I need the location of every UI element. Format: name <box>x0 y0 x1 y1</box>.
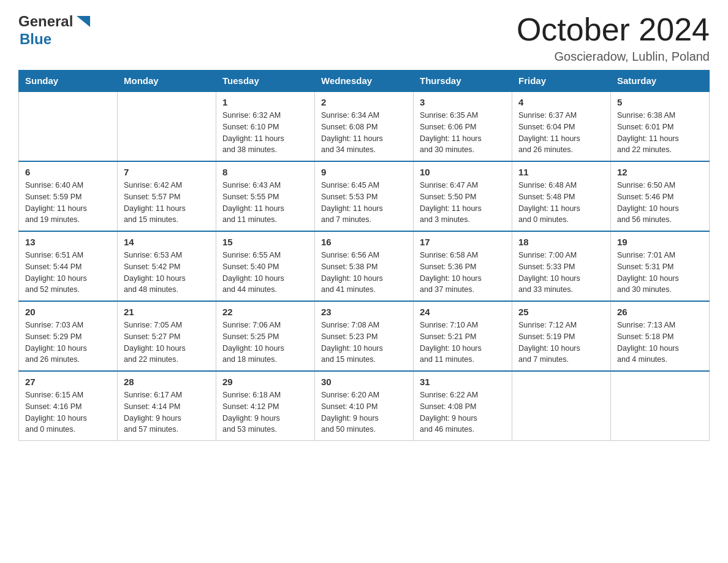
day-number: 6 <box>25 167 111 177</box>
day-number: 3 <box>420 97 506 107</box>
day-info: Sunrise: 7:08 AM Sunset: 5:23 PM Dayligh… <box>321 320 407 366</box>
calendar-header-row: SundayMondayTuesdayWednesdayThursdayFrid… <box>19 71 710 92</box>
day-info: Sunrise: 7:00 AM Sunset: 5:33 PM Dayligh… <box>518 250 604 296</box>
calendar-week-row: 6Sunrise: 6:40 AM Sunset: 5:59 PM Daylig… <box>19 161 710 231</box>
calendar-cell: 18Sunrise: 7:00 AM Sunset: 5:33 PM Dayli… <box>512 231 611 301</box>
calendar-cell: 21Sunrise: 7:05 AM Sunset: 5:27 PM Dayli… <box>118 301 216 371</box>
calendar-cell <box>118 91 216 161</box>
calendar-cell: 12Sunrise: 6:50 AM Sunset: 5:46 PM Dayli… <box>611 161 710 231</box>
day-info: Sunrise: 6:38 AM Sunset: 6:01 PM Dayligh… <box>617 110 703 156</box>
day-number: 23 <box>321 307 407 317</box>
day-number: 4 <box>518 97 604 107</box>
day-info: Sunrise: 6:32 AM Sunset: 6:10 PM Dayligh… <box>222 110 308 156</box>
calendar-cell: 19Sunrise: 7:01 AM Sunset: 5:31 PM Dayli… <box>611 231 710 301</box>
calendar-week-row: 13Sunrise: 6:51 AM Sunset: 5:44 PM Dayli… <box>19 231 710 301</box>
logo-general-text: General <box>18 13 73 30</box>
calendar-cell: 13Sunrise: 6:51 AM Sunset: 5:44 PM Dayli… <box>19 231 118 301</box>
day-number: 11 <box>518 167 604 177</box>
day-number: 16 <box>321 237 407 247</box>
day-info: Sunrise: 6:37 AM Sunset: 6:04 PM Dayligh… <box>518 110 604 156</box>
calendar-cell: 16Sunrise: 6:56 AM Sunset: 5:38 PM Dayli… <box>315 231 414 301</box>
main-title: October 2024 <box>517 12 710 47</box>
day-number: 29 <box>222 377 308 387</box>
calendar-cell: 2Sunrise: 6:34 AM Sunset: 6:08 PM Daylig… <box>315 91 414 161</box>
logo-blue-text: Blue <box>20 31 51 48</box>
day-info: Sunrise: 6:43 AM Sunset: 5:55 PM Dayligh… <box>222 180 308 226</box>
day-info: Sunrise: 6:45 AM Sunset: 5:53 PM Dayligh… <box>321 180 407 226</box>
calendar-day-header: Tuesday <box>216 71 315 92</box>
calendar-cell: 28Sunrise: 6:17 AM Sunset: 4:14 PM Dayli… <box>118 371 216 441</box>
day-info: Sunrise: 7:12 AM Sunset: 5:19 PM Dayligh… <box>518 320 604 366</box>
day-number: 10 <box>420 167 506 177</box>
calendar-cell: 4Sunrise: 6:37 AM Sunset: 6:04 PM Daylig… <box>512 91 611 161</box>
day-number: 28 <box>124 377 210 387</box>
calendar-cell: 31Sunrise: 6:22 AM Sunset: 4:08 PM Dayli… <box>414 371 512 441</box>
calendar-cell: 15Sunrise: 6:55 AM Sunset: 5:40 PM Dayli… <box>216 231 315 301</box>
day-info: Sunrise: 6:51 AM Sunset: 5:44 PM Dayligh… <box>25 250 111 296</box>
calendar-cell: 6Sunrise: 6:40 AM Sunset: 5:59 PM Daylig… <box>19 161 118 231</box>
calendar-cell <box>611 371 710 441</box>
day-number: 30 <box>321 377 407 387</box>
title-block: October 2024 Goscieradow, Lublin, Poland <box>517 12 710 64</box>
day-number: 15 <box>222 237 308 247</box>
calendar-cell: 14Sunrise: 6:53 AM Sunset: 5:42 PM Dayli… <box>118 231 216 301</box>
calendar-cell: 11Sunrise: 6:48 AM Sunset: 5:48 PM Dayli… <box>512 161 611 231</box>
calendar-cell: 8Sunrise: 6:43 AM Sunset: 5:55 PM Daylig… <box>216 161 315 231</box>
day-info: Sunrise: 7:06 AM Sunset: 5:25 PM Dayligh… <box>222 320 308 366</box>
calendar-cell: 1Sunrise: 6:32 AM Sunset: 6:10 PM Daylig… <box>216 91 315 161</box>
day-info: Sunrise: 6:17 AM Sunset: 4:14 PM Dayligh… <box>124 389 210 435</box>
day-number: 26 <box>617 307 703 317</box>
calendar-cell: 26Sunrise: 7:13 AM Sunset: 5:18 PM Dayli… <box>611 301 710 371</box>
day-info: Sunrise: 6:58 AM Sunset: 5:36 PM Dayligh… <box>420 250 506 296</box>
page-header: General Blue October 2024 Goscieradow, L… <box>18 12 710 64</box>
day-info: Sunrise: 6:20 AM Sunset: 4:10 PM Dayligh… <box>321 389 407 435</box>
day-info: Sunrise: 6:48 AM Sunset: 5:48 PM Dayligh… <box>518 180 604 226</box>
day-number: 1 <box>222 97 308 107</box>
calendar-table: SundayMondayTuesdayWednesdayThursdayFrid… <box>18 70 710 441</box>
logo: General Blue <box>18 12 93 48</box>
day-number: 12 <box>617 167 703 177</box>
day-number: 2 <box>321 97 407 107</box>
calendar-day-header: Friday <box>512 71 611 92</box>
svg-marker-0 <box>77 16 90 27</box>
day-number: 5 <box>617 97 703 107</box>
calendar-week-row: 27Sunrise: 6:15 AM Sunset: 4:16 PM Dayli… <box>19 371 710 441</box>
calendar-cell: 5Sunrise: 6:38 AM Sunset: 6:01 PM Daylig… <box>611 91 710 161</box>
calendar-cell: 17Sunrise: 6:58 AM Sunset: 5:36 PM Dayli… <box>414 231 512 301</box>
day-number: 14 <box>124 237 210 247</box>
calendar-cell: 29Sunrise: 6:18 AM Sunset: 4:12 PM Dayli… <box>216 371 315 441</box>
calendar-day-header: Sunday <box>19 71 118 92</box>
subtitle: Goscieradow, Lublin, Poland <box>517 50 710 64</box>
day-info: Sunrise: 6:42 AM Sunset: 5:57 PM Dayligh… <box>124 180 210 226</box>
day-number: 20 <box>25 307 111 317</box>
day-number: 21 <box>124 307 210 317</box>
day-info: Sunrise: 6:47 AM Sunset: 5:50 PM Dayligh… <box>420 180 506 226</box>
calendar-cell: 24Sunrise: 7:10 AM Sunset: 5:21 PM Dayli… <box>414 301 512 371</box>
calendar-cell: 25Sunrise: 7:12 AM Sunset: 5:19 PM Dayli… <box>512 301 611 371</box>
calendar-cell: 20Sunrise: 7:03 AM Sunset: 5:29 PM Dayli… <box>19 301 118 371</box>
day-number: 18 <box>518 237 604 247</box>
day-number: 22 <box>222 307 308 317</box>
calendar-day-header: Saturday <box>611 71 710 92</box>
day-info: Sunrise: 6:35 AM Sunset: 6:06 PM Dayligh… <box>420 110 506 156</box>
calendar-cell: 23Sunrise: 7:08 AM Sunset: 5:23 PM Dayli… <box>315 301 414 371</box>
day-number: 8 <box>222 167 308 177</box>
calendar-week-row: 1Sunrise: 6:32 AM Sunset: 6:10 PM Daylig… <box>19 91 710 161</box>
day-info: Sunrise: 7:01 AM Sunset: 5:31 PM Dayligh… <box>617 250 703 296</box>
calendar-day-header: Wednesday <box>315 71 414 92</box>
day-number: 17 <box>420 237 506 247</box>
day-info: Sunrise: 6:34 AM Sunset: 6:08 PM Dayligh… <box>321 110 407 156</box>
day-number: 9 <box>321 167 407 177</box>
day-number: 27 <box>25 377 111 387</box>
calendar-cell: 10Sunrise: 6:47 AM Sunset: 5:50 PM Dayli… <box>414 161 512 231</box>
day-info: Sunrise: 7:10 AM Sunset: 5:21 PM Dayligh… <box>420 320 506 366</box>
calendar-cell: 3Sunrise: 6:35 AM Sunset: 6:06 PM Daylig… <box>414 91 512 161</box>
calendar-cell: 7Sunrise: 6:42 AM Sunset: 5:57 PM Daylig… <box>118 161 216 231</box>
calendar-cell: 27Sunrise: 6:15 AM Sunset: 4:16 PM Dayli… <box>19 371 118 441</box>
day-info: Sunrise: 6:55 AM Sunset: 5:40 PM Dayligh… <box>222 250 308 296</box>
calendar-cell <box>512 371 611 441</box>
day-number: 24 <box>420 307 506 317</box>
day-number: 25 <box>518 307 604 317</box>
calendar-day-header: Monday <box>118 71 216 92</box>
calendar-cell: 9Sunrise: 6:45 AM Sunset: 5:53 PM Daylig… <box>315 161 414 231</box>
